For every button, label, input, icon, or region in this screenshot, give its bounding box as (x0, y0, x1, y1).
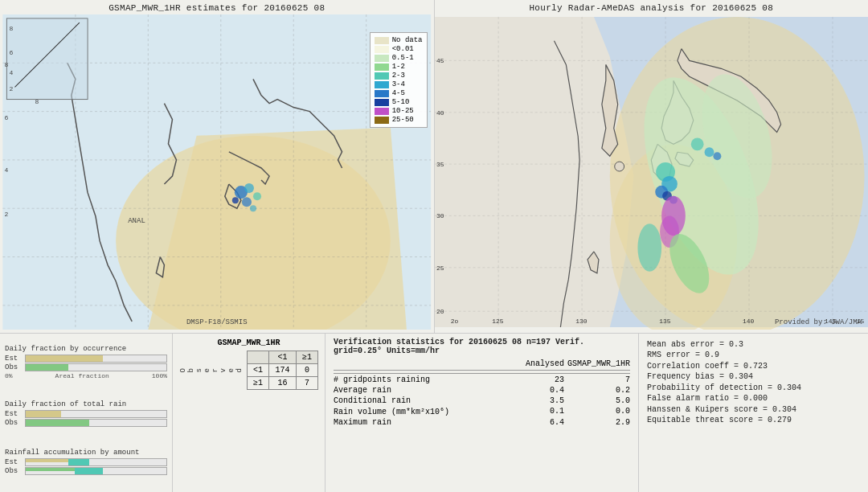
svg-text:ANAL: ANAL (128, 216, 145, 225)
legend-label-25-50: 25-50 (392, 116, 414, 124)
svg-text:6: 6 (9, 49, 13, 56)
est-accum-label: Est (5, 458, 25, 466)
verif-row-3: Rain volume (mm*km²x10⁶) 0.1 0.0 (334, 407, 630, 416)
legend-label-nodata: No data (392, 36, 423, 44)
contingency-title: GSMAP_MWR_1HR (179, 338, 318, 347)
legend-color-4-5 (375, 90, 389, 97)
legend-05-1: 0.5-1 (375, 54, 423, 62)
obs-occ-fill (26, 364, 68, 371)
verif-col-analysed-header: Analysed (498, 359, 564, 368)
obs-accum-fill-2 (75, 468, 103, 474)
cont-table-wrapper: <1 ≥1 <1 174 0 ≥1 (247, 351, 318, 390)
svg-point-62 (637, 223, 661, 271)
legend-25-50: 25-50 (375, 116, 423, 124)
daily-fraction-rain: Daily fraction of total rain Est Obs (5, 400, 167, 428)
stat-line-2: Correlation coeff = 0.723 (647, 362, 860, 371)
svg-text:130: 130 (575, 318, 587, 325)
verif-row-1-name: Average rain (334, 386, 498, 395)
legend-1-2: 1-2 (375, 63, 423, 71)
main-container: GSMAP_MWR_1HR estimates for 20160625 08 (0, 0, 868, 492)
svg-text:2o: 2o (450, 318, 458, 325)
stats-row: Daily fraction by occurrence Est Obs 0% … (0, 334, 868, 492)
legend-color-5-10 (375, 99, 389, 106)
occ-axis: 0% Areal fraction 100% (5, 372, 167, 379)
svg-point-17 (232, 197, 239, 203)
provided-by-label: Provided by: JWA/JMA (775, 318, 862, 326)
obs-rain-label: Obs (5, 419, 25, 427)
svg-text:2: 2 (4, 211, 8, 218)
cont-ge1-header: ≥1 (296, 351, 317, 364)
svg-point-48 (614, 162, 624, 171)
chart-title-1: Daily fraction by occurrence (5, 345, 167, 353)
right-map-panel: Hourly Radar-AMeDAS analysis for 2016062… (435, 0, 869, 333)
left-map-panel: GSMAP_MWR_1HR estimates for 20160625 08 (0, 0, 435, 333)
dmsp-label: DMSP-F18/SSMIS (186, 318, 248, 326)
verif-divider (334, 373, 630, 374)
stat-line-7: Equitable threat score = 0.279 (647, 416, 860, 424)
legend-label-05-1: 0.5-1 (392, 54, 414, 62)
est-rain-label: Est (5, 410, 25, 418)
svg-point-15 (244, 183, 254, 193)
legend-label-lt001: <0.01 (392, 45, 414, 53)
obs-accum-bar-row: Obs (5, 467, 167, 475)
obs-occ-track (25, 363, 167, 371)
maps-row: GSMAP_MWR_1HR estimates for 20160625 08 (0, 0, 868, 334)
obs-occ-bar-row: Obs (5, 363, 167, 371)
verif-row-2-gsmap: 5.0 (564, 396, 630, 405)
verif-row-1-analysed: 0.4 (498, 386, 564, 395)
legend-color-lt001 (375, 46, 389, 53)
verif-row-1: Average rain 0.4 0.2 (334, 386, 630, 395)
est-rain-fill (26, 411, 61, 417)
verif-row-4-analysed: 6.4 (498, 418, 564, 427)
svg-text:125: 125 (492, 318, 503, 325)
verif-row-3-gsmap: 0.0 (564, 407, 630, 416)
est-accum-fill-2 (68, 459, 89, 465)
left-map-title: GSMAP_MWR_1HR estimates for 20160625 08 (0, 0, 434, 14)
est-rain-bar-row: Est (5, 410, 167, 418)
svg-point-19 (250, 205, 256, 211)
svg-point-57 (704, 147, 714, 157)
legend-4-5: 4-5 (375, 89, 423, 97)
cont-row-lt1: <1 174 0 (248, 364, 318, 377)
verif-row-0: # gridpoints raining 23 7 (334, 375, 630, 384)
svg-text:45: 45 (436, 57, 444, 64)
verif-col-gsmap-header: GSMAP_MWR_1HR (564, 359, 630, 368)
observed-label: Observed (179, 368, 244, 372)
legend-3-4: 3-4 (375, 80, 423, 88)
svg-point-56 (690, 137, 703, 150)
rainfall-accumulation: Rainfall accumulation by amount Est Obs (5, 449, 167, 476)
est-accum-fill-1 (26, 459, 68, 462)
est-occ-fill (26, 355, 103, 362)
svg-text:8: 8 (35, 98, 39, 105)
cont-empty-header (248, 351, 269, 364)
legend-color-nodata (375, 37, 389, 44)
svg-text:8: 8 (9, 25, 13, 32)
svg-marker-34 (435, 17, 633, 327)
svg-text:6: 6 (4, 114, 8, 121)
obs-rain-fill (26, 420, 89, 426)
verif-row-4: Maximum rain 6.4 2.9 (334, 418, 630, 427)
verif-row-0-analysed: 23 (498, 375, 564, 384)
legend-color-05-1 (375, 55, 389, 62)
svg-text:2: 2 (9, 85, 13, 92)
legend-color-10-25 (375, 108, 389, 115)
left-map-svg: 8 6 4 2 8 8 6 4 2 ANAL (0, 14, 434, 330)
svg-point-58 (713, 152, 721, 160)
verif-row-4-gsmap: 2.9 (564, 418, 630, 427)
axis-mid: Areal fraction (55, 372, 109, 379)
legend-5-10: 5-10 (375, 98, 423, 106)
left-map-canvas: 8 6 4 2 8 8 6 4 2 ANAL DMSP-F18/SSMIS (0, 14, 434, 330)
svg-point-16 (253, 192, 261, 200)
legend-box: No data <0.01 0.5-1 1-2 (370, 32, 428, 128)
legend-2-3: 2-3 (375, 72, 423, 80)
legend-10-25: 10-25 (375, 107, 423, 115)
obs-rain-track (25, 419, 167, 427)
svg-text:20: 20 (436, 308, 444, 315)
legend-label-2-3: 2-3 (392, 72, 405, 80)
obs-accum-label: Obs (5, 467, 25, 475)
verif-row-0-name: # gridpoints raining (334, 375, 498, 384)
legend-label-5-10: 5-10 (392, 98, 410, 106)
verif-row-4-name: Maximum rain (334, 418, 498, 427)
est-occ-track (25, 355, 167, 363)
legend-label-10-25: 10-25 (392, 107, 414, 115)
